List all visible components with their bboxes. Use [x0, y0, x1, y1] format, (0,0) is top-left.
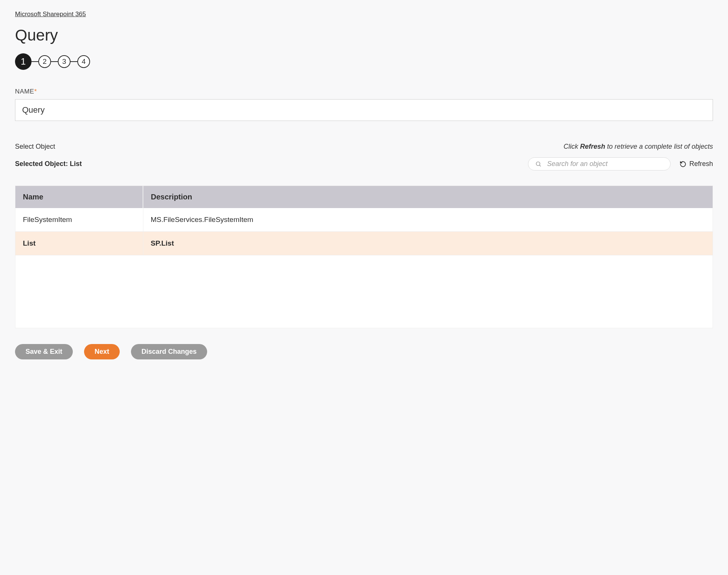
table-header-row: Name Description	[15, 186, 713, 208]
breadcrumb-link[interactable]: Microsoft Sharepoint 365	[15, 11, 86, 18]
refresh-icon	[680, 161, 686, 168]
refresh-button[interactable]: Refresh	[680, 160, 713, 168]
selected-object-label: Selected Object: List	[15, 160, 82, 168]
step-connector	[32, 61, 38, 62]
step-2[interactable]: 2	[38, 55, 51, 68]
svg-point-0	[536, 162, 540, 166]
search-input[interactable]	[547, 160, 663, 168]
object-table: Name Description FileSystemItem MS.FileS…	[15, 186, 713, 328]
wizard-stepper: 1 2 3 4	[15, 53, 713, 70]
refresh-hint: Click Refresh to retrieve a complete lis…	[564, 143, 713, 151]
search-icon	[535, 161, 542, 168]
required-indicator: *	[34, 88, 37, 95]
name-field-label: NAME*	[15, 88, 713, 95]
step-4[interactable]: 4	[77, 55, 90, 68]
table-row[interactable]: List SP.List	[15, 232, 713, 255]
cell-name: FileSystemItem	[15, 208, 143, 232]
save-exit-button[interactable]: Save & Exit	[15, 344, 73, 359]
step-connector	[51, 61, 58, 62]
select-object-label: Select Object	[15, 143, 55, 151]
discard-changes-button[interactable]: Discard Changes	[131, 344, 207, 359]
next-button[interactable]: Next	[84, 344, 120, 359]
breadcrumb: Microsoft Sharepoint 365	[15, 11, 713, 18]
column-header-name[interactable]: Name	[15, 186, 143, 208]
column-header-description[interactable]: Description	[143, 186, 713, 208]
name-input[interactable]	[15, 99, 713, 121]
page-title: Query	[15, 26, 713, 44]
step-1[interactable]: 1	[15, 53, 32, 70]
action-bar: Save & Exit Next Discard Changes	[15, 344, 713, 359]
step-connector	[71, 61, 77, 62]
cell-name: List	[15, 232, 143, 255]
search-object-field[interactable]	[528, 157, 671, 171]
svg-line-1	[540, 165, 541, 166]
step-3[interactable]: 3	[58, 55, 71, 68]
cell-description: MS.FileServices.FileSystemItem	[143, 208, 713, 232]
table-row[interactable]: FileSystemItem MS.FileServices.FileSyste…	[15, 208, 713, 232]
cell-description: SP.List	[143, 232, 713, 255]
